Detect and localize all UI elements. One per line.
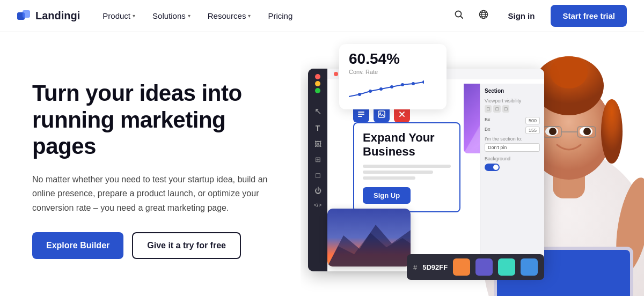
hero-description: No matter whether you need to test your … <box>32 173 274 215</box>
hero-right: 60.54% Conv. Rate <box>301 32 644 296</box>
signup-button[interactable]: Sign Up <box>363 187 411 204</box>
shapes-icon[interactable]: ◻ <box>315 171 321 179</box>
logo-icon <box>17 10 31 22</box>
conversion-rate-value: 60.54% <box>349 50 437 68</box>
conversion-chart <box>349 79 437 103</box>
dot-red <box>334 72 338 76</box>
svg-line-3 <box>461 17 463 19</box>
sign-in-button[interactable]: Sign in <box>500 7 542 25</box>
svg-point-10 <box>369 90 372 93</box>
viewport-tablet[interactable]: □ <box>493 105 500 113</box>
expand-business-box: Expand Your Business Sign Up <box>353 122 460 212</box>
nav-item-solutions[interactable]: Solutions ▾ <box>145 7 198 25</box>
hero-buttons: Explore Builder Give it a try for free <box>32 232 279 259</box>
navigation: Landingi Product ▾ Solutions ▾ Resources… <box>0 0 644 32</box>
logo-text: Landingi <box>35 10 80 22</box>
chevron-down-icon: ▾ <box>133 13 135 19</box>
nav-item-resources[interactable]: Resources ▾ <box>200 7 259 25</box>
text-icon[interactable]: T <box>316 124 320 132</box>
height-row: Bx 155 <box>485 127 540 134</box>
background-toggle-thumb <box>493 165 499 170</box>
chevron-down-icon: ▾ <box>188 13 191 19</box>
main-content: Turn your ideas into running marketing p… <box>0 32 644 296</box>
editor-toolbar: ↖ T 🖼 ⊞ ◻ ⏻ </> <box>308 69 327 271</box>
nav-links: Product ▾ Solutions ▾ Resources ▾ Pricin… <box>95 7 300 25</box>
width-label: Bx <box>485 117 491 124</box>
nav-item-product[interactable]: Product ▾ <box>95 7 143 25</box>
color-palette: # 5D92FF <box>407 254 544 280</box>
chevron-down-icon: ▾ <box>248 13 251 19</box>
sunset-image <box>327 209 411 267</box>
viewport-desktop[interactable]: □ <box>485 105 492 113</box>
hero-left: Turn your ideas into running marketing p… <box>0 32 301 296</box>
logo[interactable]: Landingi <box>17 10 80 22</box>
svg-rect-18 <box>358 116 362 117</box>
svg-rect-1 <box>23 10 30 18</box>
text-line-1 <box>363 165 451 168</box>
section-option[interactable]: Don't pin <box>485 143 540 152</box>
settings-panel: Section Viewport visibility □ □ □ Bx 500… <box>480 84 544 266</box>
background-toggle <box>485 164 540 171</box>
section-label: Section <box>485 88 540 94</box>
background-label: Background <box>485 156 540 161</box>
hash-symbol: # <box>413 263 417 271</box>
svg-point-13 <box>401 83 404 86</box>
height-value[interactable]: 155 <box>525 127 540 134</box>
height-label: Bx <box>485 127 491 134</box>
svg-point-37 <box>549 128 557 135</box>
background-toggle-track[interactable] <box>485 164 500 171</box>
svg-point-14 <box>412 82 415 85</box>
width-value[interactable]: 500 <box>525 117 540 124</box>
viewport-mobile[interactable]: □ <box>502 105 509 113</box>
section-title-label: I'm the section to: <box>485 136 540 142</box>
viewport-label: Viewport visibility <box>485 98 540 103</box>
svg-point-15 <box>422 80 424 84</box>
code-icon[interactable]: </> <box>314 202 321 208</box>
start-trial-button[interactable]: Start free trial <box>551 5 627 27</box>
text-line-2 <box>363 171 433 174</box>
text-line-3 <box>363 176 415 180</box>
hex-value: 5D92FF <box>422 263 448 271</box>
svg-point-9 <box>358 93 361 96</box>
conversion-rate-label: Conv. Rate <box>349 69 437 75</box>
nav-left: Landingi Product ▾ Solutions ▾ Resources… <box>17 7 300 25</box>
color-swatch-orange[interactable] <box>453 258 470 276</box>
svg-point-34 <box>601 99 623 164</box>
width-row: Bx 500 <box>485 117 540 124</box>
svg-rect-16 <box>358 112 364 113</box>
explore-builder-button[interactable]: Explore Builder <box>32 232 123 259</box>
svg-point-12 <box>390 85 393 88</box>
hero-title: Turn your ideas into running marketing p… <box>32 80 279 160</box>
color-swatch-teal[interactable] <box>498 258 515 276</box>
svg-rect-17 <box>358 114 364 115</box>
image-icon[interactable]: 🖼 <box>314 140 321 148</box>
cursor-icon[interactable]: ↖ <box>314 106 321 116</box>
svg-point-11 <box>379 87 383 91</box>
svg-point-20 <box>379 113 381 114</box>
expand-title: Expand Your Business <box>363 131 451 159</box>
language-button[interactable] <box>475 6 492 25</box>
grid-icon[interactable]: ⊞ <box>315 156 321 164</box>
expand-lines <box>363 165 451 180</box>
search-button[interactable] <box>451 6 467 25</box>
nav-item-pricing[interactable]: Pricing <box>260 7 300 25</box>
search-icon <box>454 10 464 19</box>
svg-point-2 <box>456 11 462 17</box>
svg-point-32 <box>550 56 588 88</box>
globe-icon <box>479 10 488 19</box>
try-free-button[interactable]: Give it a try for free <box>132 232 241 259</box>
nav-right: Sign in Start free trial <box>451 5 627 27</box>
power-icon[interactable]: ⏻ <box>314 187 321 195</box>
color-swatch-purple[interactable] <box>475 258 493 276</box>
conversion-rate-card: 60.54% Conv. Rate <box>339 44 447 109</box>
viewport-controls: □ □ □ <box>485 105 540 113</box>
color-swatch-blue[interactable] <box>521 258 538 276</box>
svg-point-38 <box>583 128 591 135</box>
